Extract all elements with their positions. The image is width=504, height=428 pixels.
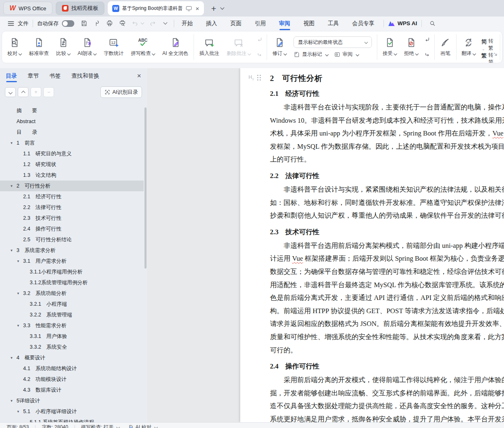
- tab-list-chevron-icon[interactable]: [219, 5, 224, 12]
- file-menu[interactable]: 文件: [18, 20, 28, 27]
- menu-item-3[interactable]: 引用: [255, 17, 266, 30]
- markup-state-select[interactable]: 显示标记的最终状态: [293, 36, 372, 48]
- save-icon[interactable]: [80, 20, 88, 27]
- autosave-toggle[interactable]: [62, 20, 74, 27]
- show-markup-button[interactable]: 显示标记: [293, 51, 328, 58]
- toc-item[interactable]: ▼3.1 用户需求分析: [0, 256, 144, 266]
- expand-arrow-icon[interactable]: ▼: [10, 184, 17, 188]
- toc-collapse-button[interactable]: [5, 87, 16, 97]
- menu-item-2[interactable]: 页面: [230, 17, 241, 30]
- tab-document[interactable]: W 基于Spring Boot的非遗科普 ×: [108, 1, 203, 15]
- proofread-button[interactable]: 校对: [4, 37, 25, 57]
- expand-arrow-icon[interactable]: ▼: [10, 356, 17, 360]
- next-change-icon[interactable]: [424, 51, 431, 58]
- sidebar-tab-bookmarks[interactable]: 书签: [50, 69, 61, 83]
- spell-check-button[interactable]: ABC 拼写检查: [127, 37, 159, 57]
- expand-arrow-icon[interactable]: ▼: [17, 410, 23, 414]
- close-sidebar-icon[interactable]: ×: [137, 72, 141, 80]
- menu-item-5[interactable]: 视图: [303, 17, 315, 30]
- toc-item[interactable]: Abstract: [0, 116, 144, 127]
- previous-change-icon[interactable]: [424, 36, 431, 43]
- toolbar-options-chevron-icon[interactable]: [162, 20, 167, 26]
- word-count-button[interactable]: 12 字数统计: [100, 37, 127, 57]
- toc-item[interactable]: 2.1 经济可行性: [0, 191, 144, 202]
- expand-arrow-icon[interactable]: ▼: [17, 324, 23, 328]
- main-menu-icon[interactable]: [8, 21, 14, 26]
- toc-item[interactable]: ▼3.3 性能需求分析: [0, 320, 144, 331]
- menu-item-1[interactable]: 插入: [206, 17, 217, 30]
- standard-review-button[interactable]: 标准审查: [25, 37, 52, 57]
- toc-item[interactable]: 4.2 功能模块设计: [0, 374, 144, 385]
- simplified-to-traditional-button[interactable]: 简→ 转繁: [481, 38, 493, 52]
- toc-item[interactable]: 2.2 法律可行性: [0, 202, 144, 213]
- toc-item[interactable]: ▼1 前言: [0, 138, 144, 148]
- toc-item[interactable]: 1.3 论文结构: [0, 170, 144, 181]
- word-count-indicator[interactable]: 字数: 28040: [42, 424, 68, 428]
- toc-item[interactable]: 摘 要: [0, 105, 144, 116]
- menu-item-7[interactable]: 会员专享: [352, 17, 374, 30]
- toc-item[interactable]: ▼5.1 小程序端详细设计: [0, 406, 144, 417]
- wps-ai-button[interactable]: WPS AI: [388, 20, 417, 26]
- share-screen-icon[interactable]: [186, 6, 192, 11]
- print-preview-icon[interactable]: [119, 20, 126, 27]
- spell-check-status[interactable]: 拼写检查: 打开: [81, 424, 119, 428]
- toc-item[interactable]: 3.2.2 系统管理端: [0, 309, 144, 320]
- toc-item[interactable]: 3.1.2系统管理端用例分析: [0, 277, 144, 288]
- dialog-launcher-icon[interactable]: [494, 52, 497, 56]
- sidebar-scrollbar[interactable]: [144, 107, 147, 269]
- restrict-editing-button[interactable]: 限制编辑: [502, 37, 502, 57]
- document-page[interactable]: H12 可行性分析2.1 经济可行性非遗科普平台在设计与实现阶段，主要依托于一台…: [240, 68, 504, 422]
- tab-docer[interactable]: 找稻壳模板: [56, 2, 104, 15]
- expand-arrow-icon[interactable]: ▼: [10, 249, 17, 252]
- toc-item[interactable]: 1.1 研究目的与意义: [0, 148, 144, 159]
- toc-item[interactable]: 3.3.1 用户体验: [0, 331, 144, 342]
- toc-item[interactable]: ▼5详细设计: [0, 395, 144, 406]
- toc-item[interactable]: 4.1 系统功能结构设计: [0, 363, 144, 374]
- print-icon[interactable]: [106, 20, 113, 27]
- toc-item[interactable]: ▼2 可行性分析: [0, 181, 144, 191]
- insert-comment-button[interactable]: 插入批注: [196, 37, 223, 57]
- track-changes-button[interactable]: 修订: [269, 37, 290, 57]
- toc-item[interactable]: 3.2.1 小程序端: [0, 299, 144, 309]
- menu-item-4[interactable]: 审阅: [279, 17, 290, 30]
- ai-read-aloud-button[interactable]: AI朗读: [74, 37, 100, 57]
- sidebar-tab-contents[interactable]: 目录: [6, 69, 17, 83]
- toc-item[interactable]: ▼3.2 系统功能分析: [0, 288, 144, 299]
- accept-button[interactable]: 接受: [379, 37, 400, 57]
- expand-arrow-icon[interactable]: ▼: [10, 141, 17, 145]
- reject-button[interactable]: 拒绝: [400, 37, 422, 57]
- sidebar-tab-find-replace[interactable]: 查找和替换: [71, 69, 99, 83]
- toc-item[interactable]: 3.1.1小程序端用例分析: [0, 266, 144, 277]
- toc-item[interactable]: 2.3 技术可行性: [0, 213, 144, 224]
- menu-item-6[interactable]: 工具: [328, 17, 339, 30]
- ai-recognize-toc-button[interactable]: AI识别目录: [100, 86, 142, 98]
- toc-item[interactable]: 2.4 操作可行性: [0, 224, 144, 234]
- expand-arrow-icon[interactable]: ▼: [10, 399, 17, 403]
- export-icon[interactable]: [93, 20, 100, 27]
- toc-item[interactable]: 目 录: [0, 127, 144, 138]
- toc-item[interactable]: ▼4 概要设计: [0, 352, 144, 363]
- review-pane-button[interactable]: 审阅: [334, 51, 359, 58]
- ai-polish-button[interactable]: AI 全文润色: [159, 37, 192, 57]
- sidebar-tab-chapters[interactable]: 章节: [28, 69, 39, 83]
- tab-wps-office[interactable]: W WPS Office: [3, 2, 52, 15]
- toc-item[interactable]: 4.3 数据库设计: [0, 385, 144, 395]
- search-icon[interactable]: [429, 20, 436, 27]
- translate-button[interactable]: 文A 翻译: [461, 37, 476, 57]
- close-tab-icon[interactable]: ×: [196, 5, 199, 12]
- traditional-to-simplified-button[interactable]: 繁→ 转简: [481, 52, 493, 63]
- ai-proofread-status[interactable]: AI 校对: [128, 424, 157, 428]
- drag-handle-icon[interactable]: [257, 74, 261, 81]
- page-indicator[interactable]: 页面: 8/53: [7, 424, 29, 428]
- compare-button[interactable]: 比较: [52, 37, 74, 57]
- ink-pen-button[interactable]: 画笔: [436, 37, 454, 57]
- toc-item[interactable]: 3.3.2 系统安全: [0, 342, 144, 352]
- menu-item-0[interactable]: 开始: [182, 17, 193, 30]
- toc-item[interactable]: 1.2 研究现状: [0, 159, 144, 170]
- new-tab-button[interactable]: +: [211, 4, 216, 13]
- expand-arrow-icon[interactable]: ▼: [17, 292, 23, 295]
- toc-item[interactable]: ▼3 系统需求分析: [0, 245, 144, 256]
- toc-expand-button[interactable]: [18, 87, 28, 97]
- toc-item[interactable]: 5.1.1 系统首页模块操作流程: [0, 417, 144, 422]
- toc-item[interactable]: 2.5 可行性分析结论: [0, 234, 144, 245]
